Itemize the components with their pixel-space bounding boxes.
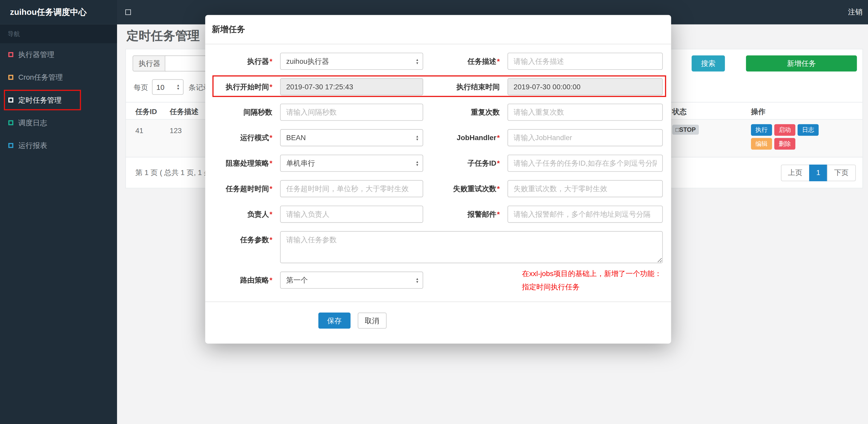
fail-retry-label: 失败重试次数* (423, 184, 507, 194)
modal-footer: 保存 取消 (205, 302, 671, 329)
author-input[interactable] (280, 205, 423, 223)
sidebar-item-label: Cron任务管理 (18, 72, 63, 82)
repeat-count-label: 重复次数 (423, 107, 507, 117)
delete-button[interactable]: 删除 (774, 138, 795, 150)
block-strategy-label: 阻塞处理策略* (214, 158, 280, 168)
col-header-status: 状态 (672, 107, 687, 117)
start-time-label: 执行开始时间* (214, 82, 280, 92)
required-mark: * (270, 235, 272, 244)
select-arrows-icon: ▴▾ (416, 134, 418, 141)
end-time-label: 执行结束时间 (423, 82, 507, 92)
executor-label: 执行器* (214, 56, 280, 66)
timeout-input[interactable] (280, 180, 423, 197)
pagination-next-button[interactable]: 下页 (827, 165, 856, 181)
run-mode-select[interactable]: BEAN ▴▾ (280, 129, 423, 146)
pagination-page-1[interactable]: 1 (809, 165, 828, 181)
sidebar-item-dispatch-log[interactable]: 调度日志 (0, 111, 117, 134)
modal-body: 执行器* zuihou执行器 ▴▾ 任务描述* 执行开始时间* 2019-07-… (205, 44, 671, 289)
col-header-operations: 操作 (751, 107, 765, 117)
jobhandler-input[interactable] (507, 129, 663, 146)
run-button[interactable]: 执行 (751, 124, 772, 136)
modal-title: 新增任务 (212, 25, 245, 34)
save-button[interactable]: 保存 (318, 313, 350, 329)
required-mark: * (497, 159, 500, 167)
per-page-select[interactable]: 10 ▴▾ (152, 79, 184, 95)
job-param-textarea[interactable] (280, 231, 663, 263)
required-mark: * (270, 210, 272, 218)
feature-note: 在xxl-jobs项目的基础上，新增了一个功能： 指定时间执行任务 (522, 267, 661, 294)
cell-task-id: 41 (135, 126, 143, 135)
select-arrows-icon: ▴▾ (416, 277, 418, 284)
jobhandler-label: JobHandler* (423, 134, 507, 142)
sidebar-item-label: 执行器管理 (18, 50, 54, 59)
timeout-label: 任务超时时间* (214, 184, 280, 194)
feature-note-line2: 指定时间执行任务 (522, 280, 661, 294)
sidebar-collapse-icon[interactable] (125, 9, 131, 15)
sidebar-item-cron-task-mgmt[interactable]: Cron任务管理 (0, 66, 117, 89)
required-mark: * (270, 82, 272, 91)
page-title: 定时任务管理 (126, 28, 200, 44)
child-jobid-label: 子任务ID* (423, 158, 507, 168)
select-arrows-icon: ▴▾ (416, 58, 418, 65)
square-icon (8, 120, 13, 125)
per-page-label: 每页 (134, 83, 148, 93)
alarm-email-label: 报警邮件* (423, 209, 507, 219)
sidebar-item-executor-mgmt[interactable]: 执行器管理 (0, 43, 117, 66)
repeat-count-input[interactable] (507, 104, 663, 121)
square-icon (8, 97, 13, 102)
start-time-input[interactable]: 2019-07-30 17:25:43 (280, 78, 423, 95)
sidebar-item-label: 定时任务管理 (18, 95, 62, 105)
feature-note-line1: 在xxl-jobs项目的基础上，新增了一个功能： (522, 267, 661, 280)
sidebar-item-label: 调度日志 (18, 118, 47, 128)
end-time-input[interactable]: 2019-07-30 00:00:00 (507, 78, 663, 95)
interval-label: 间隔秒数 (214, 107, 280, 117)
edit-button[interactable]: 编辑 (751, 138, 772, 150)
cancel-button[interactable]: 取消 (358, 313, 386, 329)
modal-header: 新增任务 (205, 15, 671, 44)
pagination-prev-button[interactable]: 上页 (781, 165, 810, 181)
add-task-button[interactable]: 新增任务 (746, 56, 857, 72)
square-icon (8, 143, 13, 148)
status-badge: □STOP (672, 125, 699, 135)
col-header-task-desc: 任务描述 (170, 107, 198, 117)
required-mark: * (270, 276, 272, 284)
required-mark: * (270, 184, 272, 192)
alarm-email-input[interactable] (507, 205, 663, 223)
required-mark: * (497, 210, 500, 218)
required-mark: * (270, 159, 272, 167)
start-button[interactable]: 启动 (774, 124, 795, 136)
job-desc-input[interactable] (507, 53, 663, 70)
required-mark: * (270, 133, 272, 142)
fail-retry-input[interactable] (507, 180, 663, 197)
child-jobid-input[interactable] (507, 155, 663, 172)
job-param-label: 任务参数* (214, 231, 280, 245)
search-button[interactable]: 搜索 (691, 56, 725, 72)
executor-filter-label: 执行器 (133, 56, 166, 72)
row-actions: 执行 启动 日志 编辑 删除 (751, 124, 824, 150)
sidebar-item-scheduled-task-mgmt[interactable]: 定时任务管理 (0, 89, 117, 111)
interval-input[interactable] (280, 104, 423, 121)
required-mark: * (497, 57, 500, 65)
required-mark: * (497, 184, 500, 192)
add-task-modal: 新增任务 执行器* zuihou执行器 ▴▾ 任务描述* 执行开始时间 (205, 15, 671, 344)
block-strategy-select[interactable]: 单机串行 ▴▾ (280, 155, 423, 172)
author-label: 负责人* (214, 209, 280, 219)
pagination: 上页 1 下页 (781, 165, 856, 181)
select-arrows-icon: ▴▾ (416, 160, 418, 167)
app-brand: zuihou任务调度中心 (0, 0, 117, 25)
sidebar-nav-label: 导航 (0, 25, 117, 43)
stop-square-icon: □ (676, 126, 679, 133)
log-button[interactable]: 日志 (798, 124, 819, 136)
sidebar-item-run-report[interactable]: 运行报表 (0, 134, 117, 157)
route-strategy-label: 路由策略* (214, 275, 280, 285)
col-header-task-id: 任务ID (135, 107, 157, 117)
executor-select[interactable]: zuihou执行器 ▴▾ (280, 53, 423, 70)
logout-link[interactable]: 注销 (848, 0, 862, 25)
job-desc-label: 任务描述* (423, 56, 507, 66)
run-mode-label: 运行模式* (214, 133, 280, 143)
square-icon (8, 75, 13, 80)
route-strategy-select[interactable]: 第一个 ▴▾ (280, 272, 423, 289)
sidebar-item-label: 运行报表 (18, 140, 47, 150)
required-mark: * (270, 57, 272, 65)
square-icon (8, 52, 13, 57)
